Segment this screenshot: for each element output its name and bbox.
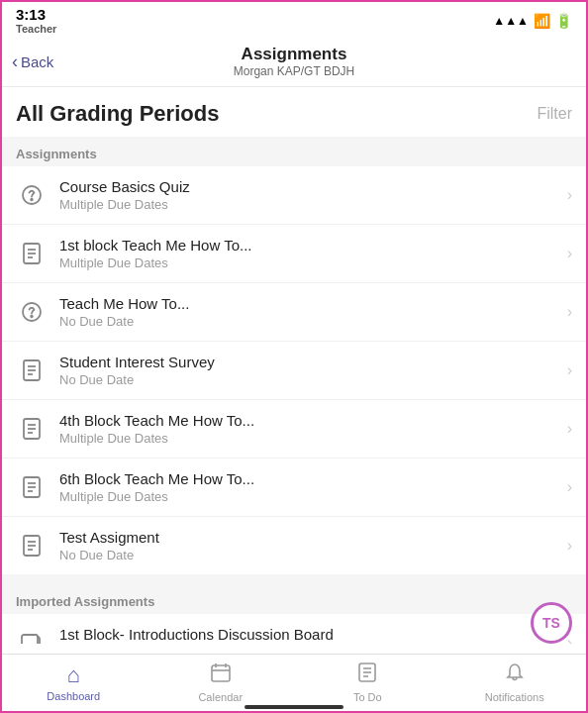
discussion-icon [16, 627, 48, 644]
list-item[interactable]: Course Basics Quiz Multiple Due Dates › [0, 166, 588, 225]
status-bar-right: ▲▲▲ 📶 🔋 [493, 13, 572, 29]
imported-assignments-list: 1st Block- Introductions Discussion Boar… [0, 614, 588, 644]
assignment-due: Multiple Due Dates [59, 255, 555, 270]
assignment-info: Student Interest Survey No Due Date [59, 354, 555, 387]
assignment-due: No Due Date [59, 314, 555, 329]
chevron-right-icon: › [567, 420, 572, 438]
dashboard-icon: ⌂ [67, 662, 80, 688]
nav-title: Assignments [234, 45, 354, 64]
nav-subtitle: Morgan KAP/GT BDJH [234, 64, 354, 78]
back-button[interactable]: ‹ Back [12, 51, 53, 72]
doc-icon [16, 530, 48, 561]
list-item[interactable]: Student Interest Survey No Due Date › [0, 342, 588, 400]
nav-title-block: Assignments Morgan KAP/GT BDJH [234, 45, 354, 78]
battery-icon: 🔋 [555, 13, 572, 29]
tab-dashboard[interactable]: ⌂ Dashboard [0, 662, 147, 702]
assignment-name: 1st block Teach Me How To... [59, 237, 555, 254]
assignment-info: 1st block Teach Me How To... Multiple Du… [59, 237, 555, 270]
page-title: All Grading Periods [16, 101, 219, 127]
assignments-list: Course Basics Quiz Multiple Due Dates › … [0, 166, 588, 574]
status-bar-left: 3:13 Teacher [16, 6, 56, 35]
svg-point-7 [31, 316, 33, 318]
quiz-icon [16, 179, 48, 211]
tab-todo[interactable]: To Do [294, 662, 441, 703]
list-item[interactable]: Test Assigment No Due Date › [0, 517, 588, 574]
ts-badge[interactable]: TS [531, 602, 572, 644]
status-role: Teacher [16, 23, 56, 35]
svg-rect-31 [212, 665, 230, 681]
assignment-info: Test Assigment No Due Date [59, 529, 555, 562]
signal-icon: ▲▲▲ [493, 14, 529, 28]
assignment-info: 4th Block Teach Me How To... Multiple Du… [59, 412, 555, 446]
assignment-name: Student Interest Survey [59, 354, 555, 370]
section-header-assignments: Assignments [0, 137, 588, 166]
tab-calendar-label: Calendar [198, 691, 243, 703]
chevron-right-icon: › [567, 186, 572, 204]
tab-notifications[interactable]: Notifications [441, 662, 589, 703]
main-content[interactable]: All Grading Periods Filter Assignments C… [0, 87, 588, 644]
back-chevron-icon: ‹ [12, 51, 18, 72]
home-indicator [245, 705, 343, 709]
doc-icon [16, 471, 48, 503]
tab-bar: ⌂ Dashboard Calendar To Do Notifications [0, 654, 588, 713]
tab-notifications-label: Notifications [485, 691, 544, 703]
back-label: Back [21, 53, 53, 70]
wifi-icon: 📶 [534, 13, 550, 29]
list-item[interactable]: 1st block Teach Me How To... Multiple Du… [0, 225, 588, 283]
assignment-name: Test Assigment [59, 529, 555, 546]
svg-point-1 [31, 199, 33, 201]
chevron-right-icon: › [567, 478, 572, 496]
notifications-icon [504, 662, 526, 689]
tab-dashboard-label: Dashboard [47, 690, 100, 702]
assignment-info: 1st Block- Introductions Discussion Boar… [59, 626, 555, 644]
doc-icon [16, 355, 48, 386]
filter-button[interactable]: Filter [537, 105, 572, 123]
section-header-imported: Imported Assignments [0, 584, 588, 614]
tab-todo-label: To Do [353, 691, 382, 703]
list-item[interactable]: 1st Block- Introductions Discussion Boar… [0, 614, 588, 644]
assignment-name: 4th Block Teach Me How To... [59, 412, 555, 429]
assignment-due: Multiple Due Dates [59, 431, 555, 446]
assignment-due: No Due Date [59, 548, 555, 562]
status-time: 3:13 [16, 6, 46, 23]
list-item[interactable]: 6th Block Teach Me How To... Multiple Du… [0, 458, 588, 517]
tab-calendar[interactable]: Calendar [147, 662, 295, 703]
list-item[interactable]: 4th Block Teach Me How To... Multiple Du… [0, 400, 588, 458]
nav-bar: ‹ Back Assignments Morgan KAP/GT BDJH [0, 39, 588, 87]
doc-icon [16, 413, 48, 445]
assignment-info: Course Basics Quiz Multiple Due Dates [59, 178, 555, 212]
quiz-icon [16, 296, 48, 328]
page-heading: All Grading Periods Filter [0, 87, 588, 137]
assignment-due: No Due Date [59, 372, 555, 387]
chevron-right-icon: › [567, 361, 572, 379]
status-bar: 3:13 Teacher ▲▲▲ 📶 🔋 [0, 0, 588, 39]
assignment-info: 6th Block Teach Me How To... Multiple Du… [59, 470, 555, 504]
calendar-icon [210, 662, 232, 689]
todo-icon [356, 662, 378, 689]
assignment-name: Teach Me How To... [59, 295, 555, 312]
assignment-due: Multiple Due Dates [59, 489, 555, 504]
chevron-right-icon: › [567, 303, 572, 321]
assignment-name: 6th Block Teach Me How To... [59, 470, 555, 487]
assignment-name: Course Basics Quiz [59, 178, 555, 195]
chevron-right-icon: › [567, 537, 572, 555]
assignment-info: Teach Me How To... No Due Date [59, 295, 555, 329]
svg-rect-24 [22, 635, 38, 644]
doc-icon [16, 238, 48, 269]
list-item[interactable]: Teach Me How To... No Due Date › [0, 283, 588, 342]
assignment-name: 1st Block- Introductions Discussion Boar… [59, 626, 555, 643]
chevron-right-icon: › [567, 245, 572, 262]
assignment-due: Multiple Due Dates [59, 197, 555, 212]
